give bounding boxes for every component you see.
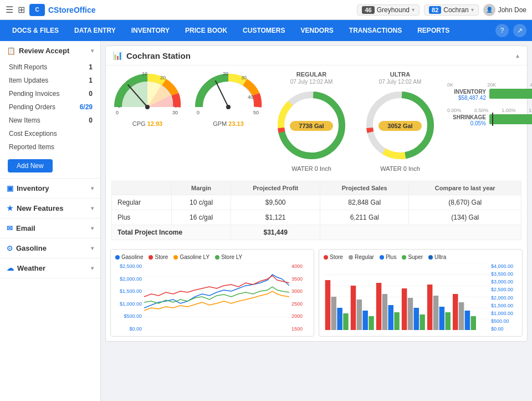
cpg-gauge: 0 10 20 30 CPG 12.93	[111, 71, 183, 127]
svg-text:20: 20	[160, 75, 166, 80]
store2-selector[interactable]: 82 Cochran ▾	[424, 4, 479, 16]
sidebar-row-new-items[interactable]: New Items 0	[0, 114, 100, 127]
store1-chevron: ▾	[412, 7, 415, 13]
pending-invoices-label: Pending Invoices	[9, 90, 59, 98]
total-label: Total Project Income	[112, 225, 231, 240]
row-regular-profit: $9,500	[231, 195, 320, 210]
grid-icon[interactable]: ⊞	[18, 4, 25, 15]
gasoline-header[interactable]: ⊙ Gasoline ▾	[0, 238, 100, 258]
nav-docs-files[interactable]: DOCS & FILES	[6, 23, 65, 38]
gauge-section: 0 10 20 30 CPG 12.93	[106, 65, 527, 177]
row-regular-compare: (8,670) Gal	[409, 195, 521, 210]
topbar-left: ☰ ⊞ C CStoreOffice	[6, 4, 352, 16]
station-collapse-icon[interactable]: ▲	[515, 53, 520, 59]
svg-rect-64	[459, 302, 464, 330]
sidebar-section-weather: ☁ Weather ▾	[0, 258, 100, 278]
legend-bar-ultra-label: Ultra	[434, 254, 446, 260]
store1-selector[interactable]: 46 Greyhound ▾	[357, 4, 420, 16]
email-chevron: ▾	[91, 225, 94, 231]
nav-customers[interactable]: CUSTOMERS	[236, 23, 291, 38]
shrinkage-bar-value: 0.05%	[447, 120, 486, 126]
nav-reports[interactable]: REPORTS	[411, 23, 456, 38]
sidebar-row-shift-reports[interactable]: Shift Reports 1	[0, 60, 100, 74]
new-features-icon: ★	[7, 204, 13, 212]
nav-inventory[interactable]: INVENTORY	[125, 23, 176, 38]
station-chart-icon: 📊	[112, 50, 123, 60]
projection-table-container: Margin Projected Profit Projected Sales …	[106, 181, 527, 245]
legend-store-ly-dot	[215, 255, 219, 260]
sidebar-row-item-updates[interactable]: Item Updates 1	[0, 74, 100, 87]
station-header: 📊 Cochran Station ▲	[106, 46, 527, 65]
svg-rect-61	[439, 307, 444, 330]
external-link-icon[interactable]: ↗	[513, 24, 526, 37]
inventory-label: Inventory	[17, 184, 49, 192]
total-row: Total Project Income $31,449	[112, 225, 521, 240]
legend-bar-store-dot	[324, 255, 328, 260]
new-features-header[interactable]: ★ New Features ▾	[0, 199, 100, 218]
weather-icon: ☁	[7, 264, 14, 272]
svg-rect-62	[445, 312, 450, 330]
cpg-value: 12.93	[147, 120, 163, 127]
nav-data-entry[interactable]: DATA ENTRY	[68, 23, 122, 38]
add-new-button[interactable]: Add New	[8, 159, 53, 172]
legend-gasoline-ly-dot	[173, 255, 178, 260]
svg-text:30: 30	[172, 110, 178, 115]
shrinkage-bar-label: SHRINKAGE	[447, 114, 486, 120]
line-chart-y-right: 400035003000250020001500	[291, 263, 309, 332]
nav-vendors[interactable]: VENDORS	[294, 23, 340, 38]
svg-rect-63	[453, 294, 458, 330]
svg-rect-51	[376, 283, 381, 330]
new-items-label: New Items	[9, 116, 40, 124]
sidebar-link-cost-exceptions[interactable]: Cost Exceptions	[0, 127, 100, 140]
svg-text:0: 0	[197, 110, 200, 115]
row-regular-sales: 82,848 Gal	[320, 195, 409, 210]
line-chart-box: Gasoline Store Gasoline LY Store LY	[110, 249, 314, 337]
row-plus-sales: 6,211 Gal	[320, 210, 409, 225]
logo: C CStoreOffice	[29, 4, 96, 16]
charts-section: Gasoline Store Gasoline LY Store LY	[106, 245, 527, 341]
item-updates-label: Item Updates	[9, 77, 48, 84]
legend-gasoline-dot	[115, 255, 120, 260]
sidebar-link-reported-items[interactable]: Reported Items	[0, 140, 100, 154]
sidebar-row-pending-invoices[interactable]: Pending Invoices 0	[0, 87, 100, 100]
bar-gauges: 0K20K40K60K80K INVENTORY $58,487.42	[447, 71, 532, 126]
legend-store-dot	[149, 255, 153, 260]
svg-rect-43	[325, 280, 330, 330]
svg-rect-53	[388, 305, 393, 330]
sidebar-section-email: ✉ Email ▾	[0, 219, 100, 238]
legend-gasoline-ly: Gasoline LY	[173, 254, 209, 260]
email-header[interactable]: ✉ Email ▾	[0, 219, 100, 238]
weather-header[interactable]: ☁ Weather ▾	[0, 258, 100, 278]
logo-icon: C	[29, 4, 45, 16]
inventory-header[interactable]: ▣ Inventory ▾	[0, 179, 100, 198]
nav-price-book[interactable]: PRICE BOOK	[178, 23, 234, 38]
shrinkage-scale: 0.00%0.50%1.00%1.50%2.00%2.50%3.00%	[447, 108, 532, 113]
table-row: Plus 16 c/gal $1,121 6,211 Gal (134) Gal	[112, 210, 521, 225]
legend-store-ly: Store LY	[215, 254, 242, 260]
hamburger-icon[interactable]: ☰	[6, 4, 13, 15]
inventory-bar-gauge: 0K20K40K60K80K INVENTORY $58,487.42	[447, 82, 532, 101]
regular-water: WATER 0 Inch	[275, 165, 347, 172]
svg-rect-44	[331, 297, 336, 330]
inventory-bar-value: $58,487.42	[447, 95, 486, 101]
legend-bar-plus: Plus	[380, 254, 396, 260]
svg-rect-65	[465, 311, 470, 330]
sidebar-row-pending-orders[interactable]: Pending Orders 6/29	[0, 100, 100, 114]
svg-text:50: 50	[253, 110, 259, 115]
new-items-value: 0	[89, 116, 93, 124]
svg-rect-45	[337, 308, 342, 330]
svg-rect-56	[408, 298, 413, 330]
review-accept-header[interactable]: 📋 Review Accept ▾	[0, 41, 100, 60]
col-projected-sales: Projected Sales	[320, 181, 409, 195]
row-plus-compare: (134) Gal	[409, 210, 521, 225]
col-projected-profit: Projected Profit	[231, 181, 320, 195]
user-menu[interactable]: 👤 John Doe	[483, 4, 526, 16]
svg-line-9	[216, 81, 228, 107]
help-icon[interactable]: ?	[495, 24, 509, 37]
projection-table: Margin Projected Profit Projected Sales …	[111, 181, 521, 240]
ultra-water: WATER 0 Inch	[364, 165, 436, 172]
svg-rect-66	[470, 316, 475, 330]
nav-transactions[interactable]: TRANSACTIONS	[342, 23, 408, 38]
sidebar-section-new-features: ★ New Features ▾	[0, 199, 100, 219]
weather-chevron: ▾	[91, 265, 94, 271]
